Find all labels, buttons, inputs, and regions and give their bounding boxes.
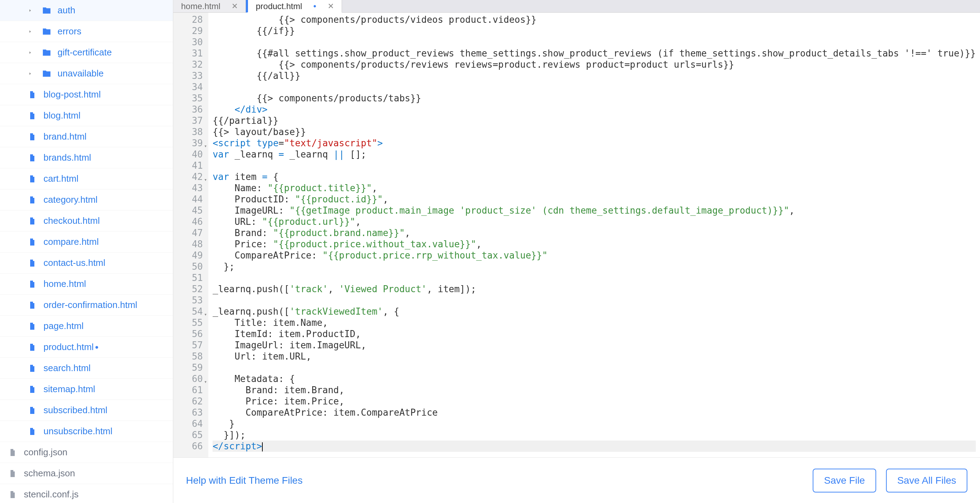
file-blog.html[interactable]: blog.html	[0, 105, 173, 126]
close-icon[interactable]: ✕	[232, 2, 238, 11]
close-icon[interactable]: ✕	[328, 2, 334, 11]
code-line[interactable]: <script type="text/javascript">	[213, 137, 976, 149]
save-file-button[interactable]: Save File	[813, 469, 876, 492]
code-line[interactable]: ProductID: "{{product.id}}",	[213, 194, 976, 205]
file-icon	[28, 91, 38, 99]
code-line[interactable]: {{> components/products/reviews reviews=…	[213, 59, 976, 70]
file-product.html[interactable]: product.html •	[0, 337, 173, 358]
tree-label: compare.html	[43, 236, 99, 247]
file-contact-us.html[interactable]: contact-us.html	[0, 253, 173, 274]
file-unsubscribe.html[interactable]: unsubscribe.html	[0, 421, 173, 442]
code-editor[interactable]: 282930313233343536373839▾404142▾43444546…	[173, 13, 980, 457]
code-line[interactable]: </div>	[213, 104, 976, 115]
code-line[interactable]: </script>	[213, 441, 976, 452]
code-line[interactable]: ImageURL: "{{getImage product.main_image…	[213, 205, 976, 216]
file-icon	[28, 280, 38, 288]
line-number: 51	[175, 272, 203, 283]
code-line[interactable]: {{> components/products/tabs}}	[213, 92, 976, 104]
file-brands.html[interactable]: brands.html	[0, 147, 173, 169]
file-icon	[8, 469, 19, 478]
file-stencil.conf.js[interactable]: stencil.conf.js	[0, 484, 173, 503]
code-line[interactable]: {{> components/products/videos product.v…	[213, 14, 976, 25]
code-line[interactable]: {{#all settings.show_product_reviews the…	[213, 48, 976, 59]
tree-label: unsubscribe.html	[43, 426, 113, 437]
code-line[interactable]: {{/partial}}	[213, 115, 976, 126]
file-brand.html[interactable]: brand.html	[0, 126, 173, 147]
folder-auth[interactable]: auth	[0, 0, 173, 21]
tree-label: search.html	[43, 363, 91, 374]
code-content[interactable]: {{> components/products/videos product.v…	[208, 13, 980, 457]
code-line[interactable]	[213, 81, 976, 92]
tree-label: blog-post.html	[43, 89, 101, 100]
fold-marker-icon[interactable]: ▾	[204, 174, 207, 185]
code-line[interactable]: _learnq.push(['track', 'Viewed Product',…	[213, 283, 976, 294]
code-line[interactable]	[213, 294, 976, 306]
code-line[interactable]: ItemId: item.ProductID,	[213, 328, 976, 339]
code-line[interactable]: Price: item.Price,	[213, 396, 976, 407]
code-line[interactable]	[213, 37, 976, 48]
folder-gift-certificate[interactable]: gift-certificate	[0, 42, 173, 63]
file-page.html[interactable]: page.html	[0, 316, 173, 337]
folder-errors[interactable]: errors	[0, 21, 173, 42]
code-line[interactable]: }	[213, 418, 976, 429]
line-number: 53	[175, 294, 203, 306]
code-line[interactable]: };	[213, 261, 976, 272]
file-search.html[interactable]: search.html	[0, 358, 173, 379]
file-config.json[interactable]: config.json	[0, 442, 173, 463]
save-all-button[interactable]: Save All Files	[886, 469, 967, 492]
app-root: autherrorsgift-certificateunavailableblo…	[0, 0, 980, 503]
tab-label: product.html	[256, 2, 302, 11]
file-subscribed.html[interactable]: subscribed.html	[0, 400, 173, 421]
tree-label: brand.html	[43, 131, 87, 142]
code-line[interactable]: CompareAtPrice: "{{product.price.rrp_wit…	[213, 250, 976, 261]
tree-label: gift-certificate	[57, 47, 112, 58]
file-cart.html[interactable]: cart.html	[0, 169, 173, 189]
code-line[interactable]: {{/all}}	[213, 70, 976, 81]
code-line[interactable]: ImageUrl: item.ImageURL,	[213, 339, 976, 351]
line-number: 50	[175, 261, 203, 272]
help-link[interactable]: Help with Edit Theme Files	[186, 475, 303, 486]
code-line[interactable]	[213, 272, 976, 283]
file-checkout.html[interactable]: checkout.html	[0, 210, 173, 231]
file-category.html[interactable]: category.html	[0, 189, 173, 210]
chevron-right-icon	[28, 72, 35, 76]
code-line[interactable]: _learnq.push(['trackViewedItem', {	[213, 306, 976, 317]
fold-marker-icon[interactable]: ▾	[204, 140, 207, 151]
code-line[interactable]: Title: item.Name,	[213, 317, 976, 328]
code-line[interactable]: Metadata: {	[213, 373, 976, 384]
fold-marker-icon[interactable]: ▾	[204, 309, 207, 320]
code-line[interactable]: URL: "{{product.url}}",	[213, 216, 976, 227]
tree-label: product.html	[43, 342, 94, 353]
tab-home.html[interactable]: home.html✕	[173, 0, 246, 12]
code-line[interactable]: {{> layout/base}}	[213, 126, 976, 137]
code-line[interactable]: var _learnq = _learnq || [];	[213, 149, 976, 160]
tree-label: unavailable	[57, 68, 104, 79]
file-home.html[interactable]: home.html	[0, 274, 173, 294]
folder-unavailable[interactable]: unavailable	[0, 63, 173, 84]
file-compare.html[interactable]: compare.html	[0, 231, 173, 253]
tree-label: auth	[57, 5, 75, 16]
code-line[interactable]: }]);	[213, 429, 976, 441]
code-line[interactable]: Price: "{{product.price.without_tax.valu…	[213, 239, 976, 250]
file-blog-post.html[interactable]: blog-post.html	[0, 84, 173, 105]
file-sitemap.html[interactable]: sitemap.html	[0, 379, 173, 400]
code-line[interactable]: CompareAtPrice: item.CompareAtPrice	[213, 407, 976, 418]
code-line[interactable]: Brand: "{{product.brand.name}}",	[213, 227, 976, 239]
chevron-right-icon	[28, 8, 35, 13]
fold-marker-icon[interactable]: ▾	[204, 376, 207, 387]
line-number: 29	[175, 25, 203, 37]
code-line[interactable]: Brand: item.Brand,	[213, 384, 976, 396]
line-number: 33	[175, 70, 203, 81]
code-line[interactable]: {{/if}}	[213, 25, 976, 37]
tab-product.html[interactable]: product.html•✕	[246, 0, 342, 13]
code-line[interactable]: Name: "{{product.title}}",	[213, 182, 976, 194]
editor-tabbar: home.html✕product.html•✕	[173, 0, 980, 13]
code-line[interactable]: var item = {	[213, 171, 976, 182]
code-line[interactable]	[213, 160, 976, 171]
file-order-confirmation.html[interactable]: order-confirmation.html	[0, 294, 173, 316]
file-schema.json[interactable]: schema.json	[0, 463, 173, 484]
file-icon	[28, 217, 38, 225]
line-number: 43	[175, 182, 203, 194]
code-line[interactable]	[213, 362, 976, 373]
code-line[interactable]: Url: item.URL,	[213, 351, 976, 362]
